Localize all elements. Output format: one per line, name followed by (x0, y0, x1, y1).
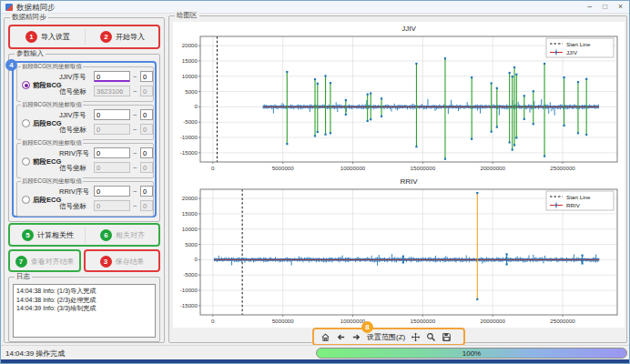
field-label: JJIV序号 (59, 111, 86, 120)
svg-text:-10000: -10000 (180, 287, 198, 293)
maximize-button[interactable]: □ (597, 1, 613, 14)
params-annotation-box: 4 前段BCG区间坐标取值 前段BCG JJIV序号 0 ~ 0 信号坐标 36… (12, 61, 157, 217)
section-title: 前段BCG区间坐标取值 (21, 63, 83, 70)
signal-coord-from-input[interactable]: 0 (94, 200, 130, 211)
start-import-button[interactable]: 2 开始导入 (86, 28, 158, 46)
field-label: 信号坐标 (59, 126, 86, 135)
signal-coord-to-input[interactable]: 0 (140, 124, 153, 135)
radio-bcg-front[interactable] (22, 81, 30, 89)
figure: 0500000010000000150000002000000025000000… (173, 22, 625, 328)
tilde: ~ (133, 164, 137, 172)
svg-text:5000: 5000 (185, 241, 198, 248)
signal-coord-from-input[interactable]: 0 (94, 162, 130, 173)
svg-text:15000000: 15000000 (411, 318, 436, 324)
pan-icon[interactable] (411, 332, 421, 342)
radio-ecg-rear[interactable] (22, 196, 30, 204)
log-entry: 14:04:38 Info: (1/3)导入完成 (16, 287, 152, 296)
import-annotation-box: 1 导入设置 2 开始导入 (8, 25, 160, 49)
status-bar: 14:04:39 操作完成 100% (1, 345, 630, 359)
svg-text:RRIV: RRIV (400, 177, 418, 186)
progress-label: 100% (317, 349, 626, 359)
zoom-icon[interactable] (426, 332, 436, 342)
tilde: ~ (133, 73, 137, 81)
rriv-seq-from-input[interactable]: 0 (94, 186, 130, 197)
section-title: 后段ECG区间坐标取值 (21, 177, 83, 185)
svg-text:0: 0 (195, 103, 198, 109)
jjiv-seq-to-input[interactable]: 0 (140, 71, 153, 82)
svg-text:JJIV: JJIV (566, 49, 578, 56)
step-badge-1: 1 (25, 31, 37, 43)
log-entry: 14:04:38 Info: (2/3)处理完成 (16, 296, 152, 305)
compute-correlation-button[interactable]: 5 计算相关性 (12, 227, 84, 244)
svg-text:-5000: -5000 (183, 118, 198, 125)
correlation-annotation-box: 5 计算相关性 6 相关对齐 (8, 223, 160, 247)
tilde: ~ (133, 111, 137, 119)
taskbar-strip (1, 359, 630, 364)
jjiv-seq-from-input[interactable]: 0 (94, 109, 130, 120)
tilde: ~ (133, 202, 137, 210)
home-icon[interactable] (320, 332, 330, 342)
svg-text:5000000: 5000000 (272, 318, 295, 324)
radio-ecg-front[interactable] (22, 157, 30, 166)
jjiv-seq-to-input[interactable]: 0 (140, 109, 153, 120)
svg-text:15000: 15000 (182, 210, 198, 217)
rriv-seq-to-input[interactable]: 0 (140, 186, 153, 197)
svg-text:10000: 10000 (182, 226, 198, 232)
divider (85, 29, 86, 45)
params-group: 参数输入 4 前段BCG区间坐标取值 前段BCG JJIV序号 0 ~ 0 信号… (8, 54, 160, 222)
section-bcg-rear: 后段BCG区间坐标取值 后段BCG JJIV序号 0 ~ 0 信号坐标 0 ~ … (16, 105, 154, 140)
save-result-label: 保存结果 (116, 257, 145, 267)
radio-label: 前段ECG (33, 157, 61, 167)
radio-label: 后段BCG (33, 119, 62, 128)
signal-coord-from-input[interactable]: 3623106 (94, 86, 130, 96)
minimize-button[interactable]: – (582, 1, 597, 14)
step-badge-5: 5 (22, 229, 34, 241)
status-message: 14:04:39 操作完成 (5, 349, 65, 359)
svg-text:-15000: -15000 (180, 149, 198, 156)
close-button[interactable]: × (613, 1, 628, 14)
svg-text:-15000: -15000 (180, 302, 198, 308)
step-badge-4: 4 (5, 59, 17, 71)
save-icon[interactable] (442, 332, 452, 342)
field-label: 信号坐标 (59, 87, 86, 96)
tilde: ~ (133, 126, 137, 134)
set-range-button[interactable]: 设置范围(Z) (367, 332, 405, 342)
signal-coord-to-input[interactable]: 0 (140, 200, 153, 211)
field-label: RRIV序号 (59, 187, 89, 197)
signal-coord-to-input[interactable]: 0 (140, 86, 153, 96)
field-label: RRIV序号 (59, 149, 89, 158)
rriv-seq-to-input[interactable]: 0 (140, 147, 153, 158)
svg-text:Start Line: Start Line (566, 194, 591, 200)
field-label: JJIV序号 (59, 73, 86, 82)
svg-text:15000000: 15000000 (411, 165, 436, 171)
radio-bcg-rear[interactable] (22, 119, 30, 127)
svg-text:-5000: -5000 (183, 271, 198, 278)
divider (85, 228, 86, 243)
radio-label: 后段ECG (33, 196, 61, 205)
save-result-button[interactable]: 3 保存结果 (86, 253, 158, 270)
svg-text:0: 0 (195, 256, 198, 262)
log-group: 日志 14:04:38 Info: (1/3)导入完成 14:04:38 Inf… (8, 277, 160, 342)
svg-text:10000000: 10000000 (340, 165, 366, 171)
progress-bar: 100% (316, 348, 627, 359)
signal-coord-from-input[interactable]: 0 (94, 124, 130, 135)
rriv-seq-from-input[interactable]: 0 (94, 147, 130, 158)
step-badge-3: 3 (100, 256, 112, 268)
log-group-title: 日志 (15, 272, 32, 281)
back-icon[interactable] (336, 332, 346, 342)
params-group-title: 参数输入 (15, 49, 46, 58)
title-bar: 数据精同步 – □ × (1, 1, 629, 14)
view-align-result-button[interactable]: 7 查看对齐结果 (10, 253, 79, 270)
section-title: 后段BCG区间坐标取值 (21, 101, 83, 108)
log-area[interactable]: 14:04:38 Info: (1/3)导入完成 14:04:38 Info: … (13, 284, 156, 338)
radio-label: 前段BCG (33, 81, 62, 90)
section-ecg-front: 前段ECG区间坐标取值 前段ECG RRIV序号 0 ~ 0 信号坐标 0 ~ … (16, 143, 154, 178)
svg-text:-10000: -10000 (180, 134, 198, 140)
forward-icon[interactable] (351, 332, 361, 342)
jjiv-seq-from-input[interactable]: 0 (94, 71, 130, 82)
view-align-result-label: 查看对齐结果 (31, 257, 75, 267)
correlation-align-button[interactable]: 6 相关对齐 (86, 227, 158, 244)
signal-coord-to-input[interactable]: 0 (140, 162, 153, 173)
svg-text:RRIV: RRIV (566, 202, 581, 208)
import-settings-button[interactable]: 1 导入设置 (12, 28, 84, 46)
